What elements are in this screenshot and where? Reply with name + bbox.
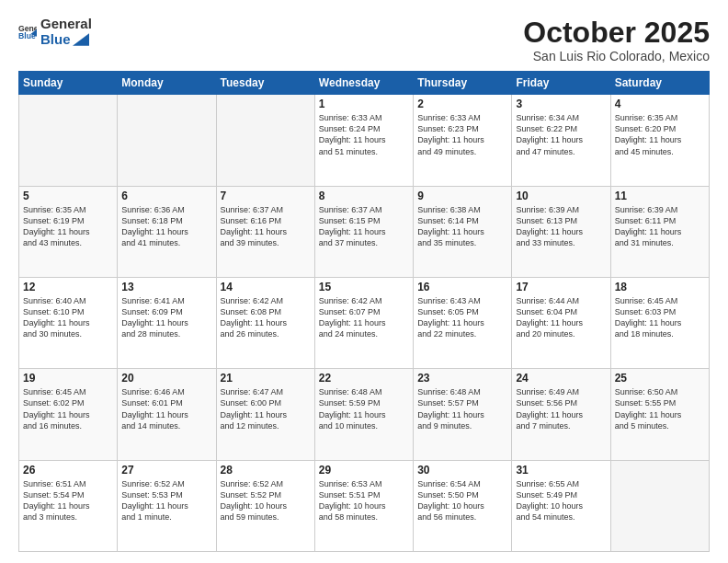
logo-icon: General Blue: [18, 23, 37, 41]
weekday-header-friday: Friday: [512, 72, 610, 95]
calendar-cell: [216, 95, 314, 186]
cell-day-number: 22: [319, 372, 409, 385]
header: General Blue General Blue October 2025 S…: [18, 17, 710, 63]
cell-info: Sunrise: 6:44 AM Sunset: 6:04 PM Dayligh…: [516, 295, 606, 340]
cell-day-number: 29: [319, 464, 409, 477]
cell-info: Sunrise: 6:36 AM Sunset: 6:18 PM Dayligh…: [121, 204, 211, 249]
calendar-cell: 25Sunrise: 6:50 AM Sunset: 5:55 PM Dayli…: [610, 369, 709, 460]
logo: General Blue General Blue: [18, 17, 92, 47]
calendar-cell: 20Sunrise: 6:46 AM Sunset: 6:01 PM Dayli…: [118, 369, 216, 460]
weekday-header-saturday: Saturday: [610, 72, 709, 95]
weekday-header-sunday: Sunday: [19, 72, 118, 95]
page: General Blue General Blue October 2025 S…: [0, 0, 728, 563]
cell-day-number: 16: [417, 281, 507, 293]
calendar-cell: 28Sunrise: 6:52 AM Sunset: 5:52 PM Dayli…: [216, 460, 314, 551]
calendar-cell: 31Sunrise: 6:55 AM Sunset: 5:49 PM Dayli…: [512, 460, 610, 551]
cell-day-number: 4: [615, 98, 705, 110]
cell-info: Sunrise: 6:46 AM Sunset: 6:01 PM Dayligh…: [121, 386, 211, 431]
calendar-table: SundayMondayTuesdayWednesdayThursdayFrid…: [18, 71, 710, 552]
cell-info: Sunrise: 6:35 AM Sunset: 6:20 PM Dayligh…: [615, 112, 705, 157]
calendar-cell: 7Sunrise: 6:37 AM Sunset: 6:16 PM Daylig…: [216, 186, 314, 277]
cell-info: Sunrise: 6:48 AM Sunset: 5:59 PM Dayligh…: [319, 386, 409, 431]
calendar-week-row: 1Sunrise: 6:33 AM Sunset: 6:24 PM Daylig…: [19, 95, 710, 186]
calendar-cell: 18Sunrise: 6:45 AM Sunset: 6:03 PM Dayli…: [610, 277, 709, 368]
calendar-week-row: 26Sunrise: 6:51 AM Sunset: 5:54 PM Dayli…: [19, 460, 710, 551]
cell-info: Sunrise: 6:45 AM Sunset: 6:02 PM Dayligh…: [23, 386, 113, 431]
calendar-cell: 17Sunrise: 6:44 AM Sunset: 6:04 PM Dayli…: [512, 277, 610, 368]
cell-info: Sunrise: 6:38 AM Sunset: 6:14 PM Dayligh…: [417, 204, 507, 249]
svg-text:Blue: Blue: [18, 31, 36, 40]
calendar-cell: 23Sunrise: 6:48 AM Sunset: 5:57 PM Dayli…: [414, 369, 512, 460]
cell-info: Sunrise: 6:33 AM Sunset: 6:23 PM Dayligh…: [417, 112, 507, 157]
weekday-header-thursday: Thursday: [414, 72, 512, 95]
cell-info: Sunrise: 6:40 AM Sunset: 6:10 PM Dayligh…: [23, 295, 113, 340]
cell-day-number: 3: [516, 98, 606, 110]
cell-info: Sunrise: 6:47 AM Sunset: 6:00 PM Dayligh…: [221, 386, 311, 431]
cell-info: Sunrise: 6:55 AM Sunset: 5:49 PM Dayligh…: [516, 478, 606, 523]
cell-info: Sunrise: 6:53 AM Sunset: 5:51 PM Dayligh…: [319, 478, 409, 523]
cell-day-number: 10: [516, 190, 606, 202]
cell-info: Sunrise: 6:43 AM Sunset: 6:05 PM Dayligh…: [417, 295, 507, 340]
cell-day-number: 14: [221, 281, 311, 293]
cell-info: Sunrise: 6:34 AM Sunset: 6:22 PM Dayligh…: [516, 112, 606, 157]
cell-info: Sunrise: 6:37 AM Sunset: 6:15 PM Dayligh…: [319, 204, 409, 249]
calendar-week-row: 5Sunrise: 6:35 AM Sunset: 6:19 PM Daylig…: [19, 186, 710, 277]
calendar-cell: 10Sunrise: 6:39 AM Sunset: 6:13 PM Dayli…: [512, 186, 610, 277]
cell-day-number: 1: [319, 98, 409, 110]
calendar-cell: 9Sunrise: 6:38 AM Sunset: 6:14 PM Daylig…: [414, 186, 512, 277]
calendar-cell: 13Sunrise: 6:41 AM Sunset: 6:09 PM Dayli…: [118, 277, 216, 368]
calendar-cell: 24Sunrise: 6:49 AM Sunset: 5:56 PM Dayli…: [512, 369, 610, 460]
cell-day-number: 12: [23, 281, 113, 293]
cell-info: Sunrise: 6:51 AM Sunset: 5:54 PM Dayligh…: [23, 478, 113, 523]
calendar-subtitle: San Luis Rio Colorado, Mexico: [523, 49, 710, 63]
calendar-week-row: 12Sunrise: 6:40 AM Sunset: 6:10 PM Dayli…: [19, 277, 710, 368]
cell-day-number: 2: [417, 98, 507, 110]
cell-info: Sunrise: 6:52 AM Sunset: 5:52 PM Dayligh…: [221, 478, 311, 523]
cell-day-number: 15: [319, 281, 409, 293]
cell-day-number: 6: [121, 190, 211, 202]
calendar-cell: 12Sunrise: 6:40 AM Sunset: 6:10 PM Dayli…: [19, 277, 118, 368]
cell-info: Sunrise: 6:39 AM Sunset: 6:11 PM Dayligh…: [615, 204, 705, 249]
cell-day-number: 13: [121, 281, 211, 293]
weekday-header-tuesday: Tuesday: [216, 72, 314, 95]
calendar-cell: 4Sunrise: 6:35 AM Sunset: 6:20 PM Daylig…: [610, 95, 709, 186]
svg-marker-3: [73, 33, 89, 46]
calendar-title: October 2025: [523, 17, 710, 49]
title-block: October 2025 San Luis Rio Colorado, Mexi…: [523, 17, 710, 63]
cell-info: Sunrise: 6:54 AM Sunset: 5:50 PM Dayligh…: [417, 478, 507, 523]
calendar-cell: 21Sunrise: 6:47 AM Sunset: 6:00 PM Dayli…: [216, 369, 314, 460]
cell-info: Sunrise: 6:42 AM Sunset: 6:07 PM Dayligh…: [319, 295, 409, 340]
cell-day-number: 31: [516, 464, 606, 477]
calendar-cell: 29Sunrise: 6:53 AM Sunset: 5:51 PM Dayli…: [314, 460, 413, 551]
cell-info: Sunrise: 6:35 AM Sunset: 6:19 PM Dayligh…: [23, 204, 113, 249]
cell-day-number: 23: [417, 372, 507, 385]
cell-info: Sunrise: 6:42 AM Sunset: 6:08 PM Dayligh…: [221, 295, 311, 340]
calendar-cell: 15Sunrise: 6:42 AM Sunset: 6:07 PM Dayli…: [314, 277, 413, 368]
calendar-cell: 8Sunrise: 6:37 AM Sunset: 6:15 PM Daylig…: [314, 186, 413, 277]
calendar-cell: [610, 460, 709, 551]
cell-day-number: 28: [221, 464, 311, 477]
calendar-cell: 30Sunrise: 6:54 AM Sunset: 5:50 PM Dayli…: [414, 460, 512, 551]
cell-day-number: 30: [417, 464, 507, 477]
cell-info: Sunrise: 6:39 AM Sunset: 6:13 PM Dayligh…: [516, 204, 606, 249]
cell-day-number: 21: [221, 372, 311, 385]
calendar-cell: 14Sunrise: 6:42 AM Sunset: 6:08 PM Dayli…: [216, 277, 314, 368]
calendar-cell: [118, 95, 216, 186]
cell-info: Sunrise: 6:48 AM Sunset: 5:57 PM Dayligh…: [417, 386, 507, 431]
cell-day-number: 9: [417, 190, 507, 202]
cell-info: Sunrise: 6:52 AM Sunset: 5:53 PM Dayligh…: [121, 478, 211, 523]
calendar-cell: 19Sunrise: 6:45 AM Sunset: 6:02 PM Dayli…: [19, 369, 118, 460]
cell-day-number: 18: [615, 281, 705, 293]
calendar-week-row: 19Sunrise: 6:45 AM Sunset: 6:02 PM Dayli…: [19, 369, 710, 460]
cell-day-number: 17: [516, 281, 606, 293]
cell-info: Sunrise: 6:50 AM Sunset: 5:55 PM Dayligh…: [615, 386, 705, 431]
cell-day-number: 7: [221, 190, 311, 202]
calendar-cell: 3Sunrise: 6:34 AM Sunset: 6:22 PM Daylig…: [512, 95, 610, 186]
cell-day-number: 24: [516, 372, 606, 385]
logo-general: General: [40, 17, 92, 32]
calendar-cell: 6Sunrise: 6:36 AM Sunset: 6:18 PM Daylig…: [118, 186, 216, 277]
calendar-cell: [19, 95, 118, 186]
cell-day-number: 8: [319, 190, 409, 202]
weekday-header-wednesday: Wednesday: [314, 72, 413, 95]
calendar-cell: 11Sunrise: 6:39 AM Sunset: 6:11 PM Dayli…: [610, 186, 709, 277]
